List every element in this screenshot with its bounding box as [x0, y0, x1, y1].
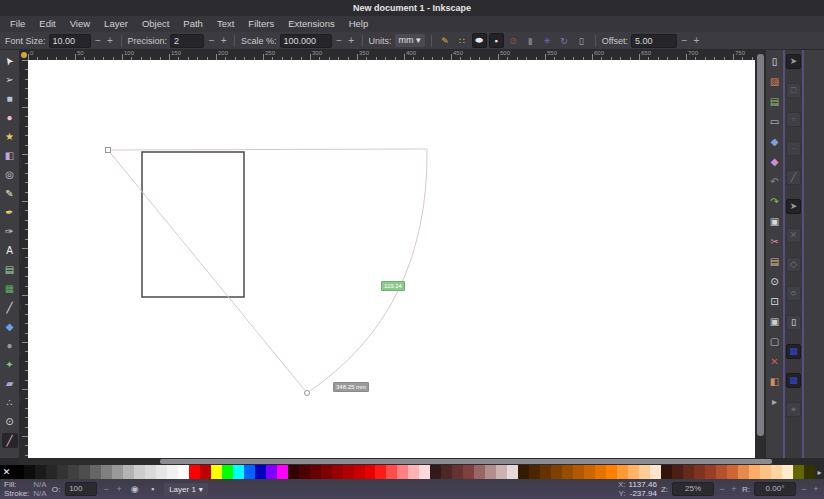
- color-swatch-46[interactable]: [518, 465, 529, 479]
- font-size-minus-button[interactable]: −: [94, 35, 103, 46]
- color-swatch-0[interactable]: [13, 465, 24, 479]
- show-hidden-intersections-button[interactable]: ⬬: [472, 33, 487, 48]
- redo-button[interactable]: ↷: [768, 195, 782, 208]
- offset-input[interactable]: 5.00: [631, 34, 677, 48]
- font-size-input[interactable]: 10.00: [49, 34, 91, 48]
- snap-midpoints-button[interactable]: ▯: [786, 315, 801, 330]
- color-swatch-32[interactable]: [365, 465, 376, 479]
- menu-filters[interactable]: Filters: [241, 16, 281, 32]
- rotation-plus-button[interactable]: +: [812, 484, 820, 494]
- color-swatch-53[interactable]: [595, 465, 606, 479]
- color-swatch-51[interactable]: [573, 465, 584, 479]
- color-swatch-40[interactable]: [452, 465, 463, 479]
- color-swatch-34[interactable]: [386, 465, 397, 479]
- menu-help[interactable]: Help: [342, 16, 376, 32]
- snap-path-intersections-button[interactable]: ✕: [786, 228, 801, 243]
- text-tool[interactable]: A: [2, 243, 18, 258]
- vertical-ruler[interactable]: 050100150200250300350400: [20, 60, 28, 458]
- color-swatch-18[interactable]: [211, 465, 222, 479]
- color-swatch-1[interactable]: [24, 465, 35, 479]
- zoom-tool[interactable]: ⊙: [2, 414, 18, 429]
- opacity-minus-button[interactable]: −: [102, 484, 110, 494]
- scale-input[interactable]: 100.000: [280, 34, 332, 48]
- print-button[interactable]: ▭: [768, 115, 782, 128]
- horizontal-scrollbar[interactable]: [20, 458, 775, 465]
- color-swatch-54[interactable]: [606, 465, 617, 479]
- snap-nodes-button[interactable]: ╱: [786, 170, 801, 185]
- color-swatch-26[interactable]: [299, 465, 310, 479]
- color-swatch-43[interactable]: [485, 465, 496, 479]
- precision-input[interactable]: 2: [170, 34, 204, 48]
- vertical-scrollbar[interactable]: [755, 50, 766, 458]
- snap-object-centers-button[interactable]: ▦: [786, 344, 801, 359]
- zoom-plus-button[interactable]: +: [730, 484, 738, 494]
- color-swatch-5[interactable]: [68, 465, 79, 479]
- font-size-plus-button[interactable]: +: [106, 35, 115, 46]
- selector-tool[interactable]: ➤: [2, 53, 18, 68]
- color-swatch-47[interactable]: [529, 465, 540, 479]
- color-swatch-60[interactable]: [672, 465, 683, 479]
- window-titlebar[interactable]: New document 1 - Inkscape: [0, 0, 824, 16]
- gradient-tool[interactable]: ▤: [2, 262, 18, 277]
- calligraphy-tool[interactable]: ✑: [2, 224, 18, 239]
- measure-start-handle[interactable]: [106, 148, 111, 153]
- color-swatch-17[interactable]: [200, 465, 211, 479]
- color-swatch-52[interactable]: [584, 465, 595, 479]
- color-swatch-62[interactable]: [694, 465, 705, 479]
- color-swatch-8[interactable]: [101, 465, 112, 479]
- snap-enable-button[interactable]: ➤: [786, 54, 801, 69]
- snap-paths-button[interactable]: ➤: [786, 199, 801, 214]
- snap-cusp-nodes-button[interactable]: ◇: [786, 257, 801, 272]
- color-swatch-29[interactable]: [332, 465, 343, 479]
- color-swatch-21[interactable]: [244, 465, 255, 479]
- zoom-input[interactable]: 25%: [672, 482, 714, 496]
- color-swatch-11[interactable]: [134, 465, 145, 479]
- mesh-gradient-tool[interactable]: ▦: [2, 281, 18, 296]
- cut-button[interactable]: ✂: [768, 235, 782, 248]
- dropper-tool[interactable]: ╱: [2, 300, 18, 315]
- color-swatch-36[interactable]: [408, 465, 419, 479]
- layer-lock-icon[interactable]: ▪: [146, 483, 159, 496]
- color-swatch-45[interactable]: [507, 465, 518, 479]
- color-swatch-16[interactable]: [189, 465, 200, 479]
- color-swatch-33[interactable]: [375, 465, 386, 479]
- color-swatch-42[interactable]: [474, 465, 485, 479]
- color-swatch-6[interactable]: [79, 465, 90, 479]
- mark-dimension-button[interactable]: ↻: [557, 33, 572, 48]
- units-dropdown[interactable]: mm ▾: [395, 34, 425, 47]
- color-swatch-71[interactable]: [793, 465, 804, 479]
- color-swatch-13[interactable]: [156, 465, 167, 479]
- color-swatch-2[interactable]: [35, 465, 46, 479]
- color-swatch-70[interactable]: [782, 465, 793, 479]
- color-swatch-67[interactable]: [749, 465, 760, 479]
- color-swatch-9[interactable]: [112, 465, 123, 479]
- color-swatch-72[interactable]: [804, 465, 815, 479]
- color-swatch-35[interactable]: [397, 465, 408, 479]
- menu-object[interactable]: Object: [135, 16, 176, 32]
- offset-plus-button[interactable]: +: [692, 35, 701, 46]
- star-tool[interactable]: ★: [2, 129, 18, 144]
- spray-tool[interactable]: ✦: [2, 357, 18, 372]
- color-swatch-15[interactable]: [178, 465, 189, 479]
- eraser-tool[interactable]: ▰: [2, 376, 18, 391]
- measure-only-selected-button[interactable]: ✎: [438, 33, 453, 48]
- menu-edit[interactable]: Edit: [32, 16, 62, 32]
- color-swatch-55[interactable]: [617, 465, 628, 479]
- color-swatch-12[interactable]: [145, 465, 156, 479]
- color-swatch-56[interactable]: [628, 465, 639, 479]
- node-editor-tool[interactable]: ➢: [2, 72, 18, 87]
- color-swatch-48[interactable]: [540, 465, 551, 479]
- undo-button[interactable]: ↶: [768, 175, 782, 188]
- rectangle-tool[interactable]: ■: [2, 91, 18, 106]
- color-swatch-49[interactable]: [551, 465, 562, 479]
- fill-stroke-dialog-button[interactable]: ◧: [768, 375, 782, 388]
- palette-scroll-arrow[interactable]: ▸: [815, 465, 824, 479]
- zoom-minus-button[interactable]: −: [718, 484, 726, 494]
- rotation-input[interactable]: 0.00°: [754, 482, 796, 496]
- copy-button[interactable]: ▣: [768, 215, 782, 228]
- snap-page-border-button[interactable]: ⌖: [786, 402, 801, 417]
- bezier-pen-tool[interactable]: ✒: [2, 205, 18, 220]
- color-swatch-25[interactable]: [288, 465, 299, 479]
- open-document-button[interactable]: ▨: [768, 75, 782, 88]
- ellipse-tool[interactable]: ●: [2, 110, 18, 125]
